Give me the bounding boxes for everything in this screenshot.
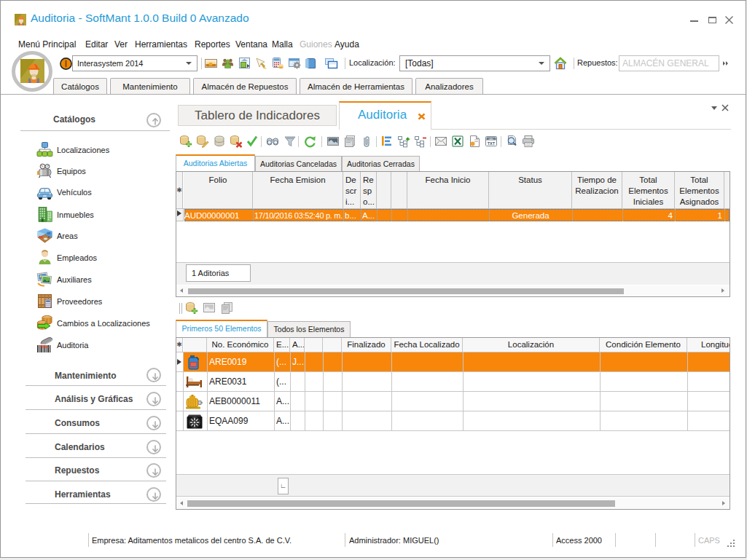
svg-text:TXT: TXT [488, 141, 496, 146]
svg-text:abc: abc [488, 137, 494, 141]
